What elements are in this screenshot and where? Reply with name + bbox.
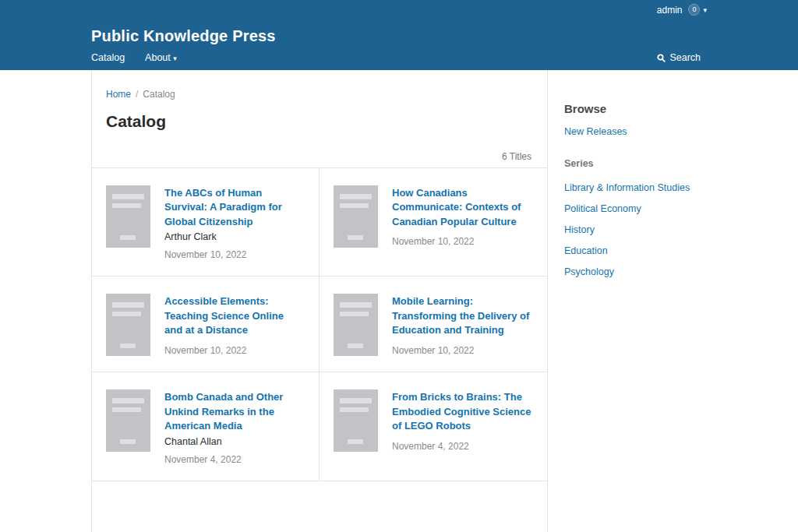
book-title-link[interactable]: How Canadians Communicate: Contexts of C…	[392, 186, 531, 229]
book-title-link[interactable]: Accessible Elements: Teaching Science On…	[164, 294, 303, 337]
cover-placeholder-line	[112, 312, 141, 316]
tasks-count-badge[interactable]: 0	[688, 4, 700, 16]
sidebar-item-series-history[interactable]: History	[564, 223, 707, 237]
cover-placeholder-line	[340, 407, 369, 412]
book-title-link[interactable]: Mobile Learning: Transforming the Delive…	[392, 294, 531, 337]
chevron-down-icon: ▾	[173, 55, 177, 62]
username-link[interactable]: admin	[657, 5, 683, 16]
monograph-item: Accessible Elements: Teaching Science On…	[92, 277, 320, 372]
sidebar-item-series-education[interactable]: Education	[564, 244, 707, 258]
cover-placeholder-line	[120, 344, 136, 348]
cover-placeholder-line	[348, 439, 363, 444]
user-bar: admin0▾	[91, 0, 707, 16]
site-header: admin0▾ Public Knowledge Press CatalogAb…	[0, 0, 798, 70]
cover-placeholder-line	[120, 439, 136, 444]
cover-placeholder-line	[120, 235, 136, 240]
sidebar-item-new-releases[interactable]: New Releases	[564, 126, 707, 137]
browse-heading: Browse	[564, 102, 707, 115]
monograph-item: From Bricks to Brains: The Embodied Cogn…	[320, 372, 547, 481]
catalog-main: Home/Catalog Catalog 6 Titles The ABCs o…	[91, 70, 548, 532]
search-button[interactable]: Search	[657, 52, 707, 63]
search-icon	[657, 54, 666, 62]
cover-placeholder-line	[112, 407, 141, 412]
monograph-grid: The ABCs of Human Survival: A Paradigm f…	[92, 168, 547, 481]
book-cover[interactable]	[334, 185, 378, 248]
book-title-link[interactable]: From Bricks to Brains: The Embodied Cogn…	[392, 390, 531, 433]
book-author: Chantal Allan	[164, 436, 303, 447]
cover-placeholder-line	[112, 302, 144, 308]
book-title-link[interactable]: The ABCs of Human Survival: A Paradigm f…	[164, 186, 303, 229]
cover-placeholder-line	[112, 203, 141, 208]
cover-placeholder-line	[340, 194, 372, 199]
cover-placeholder-line	[112, 194, 144, 199]
monograph-item: Bomb Canada and Other Unkind Remarks in …	[92, 372, 320, 481]
nav-about-label: About	[145, 52, 171, 63]
search-label: Search	[669, 52, 701, 63]
breadcrumb-home-link[interactable]: Home	[106, 89, 131, 100]
chevron-down-icon[interactable]: ▾	[703, 6, 707, 14]
book-author: Arthur Clark	[164, 231, 303, 242]
book-date: November 10, 2022	[392, 345, 531, 356]
nav-about[interactable]: About ▾	[145, 52, 177, 63]
book-date: November 10, 2022	[164, 249, 303, 260]
monograph-item: Mobile Learning: Transforming the Delive…	[320, 277, 547, 372]
book-date: November 4, 2022	[392, 441, 531, 452]
cover-placeholder-line	[340, 302, 372, 308]
breadcrumb-separator: /	[136, 89, 138, 100]
series-list: Library & Information Studies Political …	[564, 181, 707, 279]
cover-placeholder-line	[112, 398, 144, 403]
cover-placeholder-line	[348, 344, 363, 348]
cover-placeholder-line	[340, 203, 369, 208]
cover-placeholder-line	[348, 235, 363, 240]
page-title: Catalog	[92, 100, 547, 131]
sidebar-item-series-library-information-studies[interactable]: Library & Information Studies	[564, 181, 707, 195]
titles-count: 6 Titles	[92, 131, 547, 168]
sidebar: Browse New Releases Series Library & Inf…	[548, 70, 707, 532]
cover-placeholder-line	[340, 398, 372, 403]
primary-nav: CatalogAbout ▾ Search	[91, 52, 707, 63]
site-title[interactable]: Public Knowledge Press	[91, 27, 707, 45]
nav-catalog[interactable]: Catalog	[91, 52, 125, 63]
book-cover[interactable]	[334, 294, 378, 356]
book-cover[interactable]	[334, 389, 378, 452]
breadcrumb-current: Catalog	[143, 89, 175, 100]
monograph-item: The ABCs of Human Survival: A Paradigm f…	[92, 168, 320, 277]
book-cover[interactable]	[106, 185, 150, 248]
sidebar-item-series-psychology[interactable]: Psychology	[564, 265, 707, 279]
book-date: November 10, 2022	[392, 236, 531, 247]
cover-placeholder-line	[340, 312, 369, 316]
book-cover[interactable]	[106, 294, 150, 356]
book-cover[interactable]	[106, 389, 150, 452]
monograph-item: How Canadians Communicate: Contexts of C…	[320, 168, 547, 277]
book-date: November 4, 2022	[164, 454, 303, 465]
book-title-link[interactable]: Bomb Canada and Other Unkind Remarks in …	[164, 390, 303, 433]
book-date: November 10, 2022	[164, 345, 303, 356]
sidebar-item-series-political-economy[interactable]: Political Economy	[564, 202, 707, 216]
series-heading: Series	[564, 158, 707, 169]
breadcrumb: Home/Catalog	[92, 70, 547, 100]
